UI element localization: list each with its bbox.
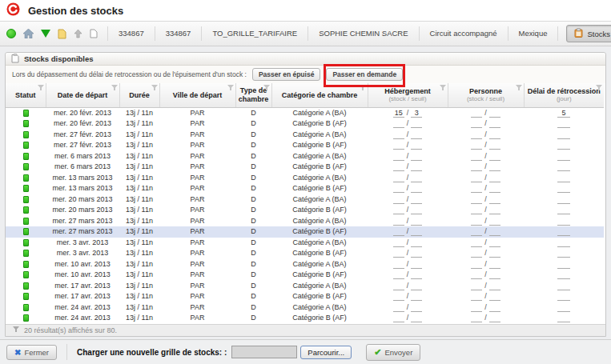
pers-seuil-field[interactable] xyxy=(489,303,500,312)
heb-seuil-field[interactable] xyxy=(411,141,422,150)
table-row[interactable]: mer. 13 mars 201313j / 11nPARDCatégorie … xyxy=(6,173,604,184)
heb-seuil-field[interactable]: 3 xyxy=(411,109,422,118)
heb-stock-field[interactable] xyxy=(393,152,404,161)
column-header[interactable]: Type de chambre xyxy=(235,83,271,107)
pers-seuil-field[interactable] xyxy=(489,141,500,150)
pers-seuil-field[interactable] xyxy=(489,184,500,193)
pers-stock-field[interactable] xyxy=(471,119,482,128)
table-row[interactable]: mer. 10 avr. 201313j / 11nPARDCatégorie … xyxy=(6,270,604,281)
pers-stock-field[interactable] xyxy=(471,292,482,301)
delai-field[interactable] xyxy=(557,184,570,193)
delai-field[interactable] xyxy=(557,292,570,301)
table-row[interactable]: mer. 24 avr. 201313j / 11nPARDCatégorie … xyxy=(6,302,604,314)
pers-stock-field[interactable] xyxy=(471,282,482,290)
heb-seuil-field[interactable] xyxy=(411,162,422,171)
pers-seuil-field[interactable] xyxy=(489,249,500,258)
pers-stock-field[interactable] xyxy=(471,303,482,312)
pers-seuil-field[interactable] xyxy=(489,227,500,236)
pers-seuil-field[interactable] xyxy=(489,119,500,128)
table-row[interactable]: mer. 3 avr. 201313j / 11nPARDCatégorie A… xyxy=(6,238,604,249)
table-row[interactable]: mer. 27 févr. 201313j / 11nPARDCatégorie… xyxy=(6,140,604,151)
filter-icon[interactable] xyxy=(360,85,366,93)
pers-stock-field[interactable] xyxy=(471,249,482,258)
delai-field[interactable] xyxy=(557,141,570,150)
pers-stock-field[interactable] xyxy=(471,162,482,171)
heb-seuil-field[interactable] xyxy=(411,152,422,161)
pers-stock-field[interactable] xyxy=(471,260,482,269)
tab-stocks[interactable]: Stocks xyxy=(566,25,611,42)
table-row[interactable]: mer. 27 mars 201313j / 11nPARDCatégorie … xyxy=(6,226,604,238)
table-row[interactable]: mer. 17 avr. 201313j / 11nPARDCatégorie … xyxy=(6,281,604,292)
heb-stock-field[interactable] xyxy=(393,270,404,279)
heb-seuil-field[interactable] xyxy=(411,130,422,139)
heb-seuil-field[interactable] xyxy=(411,303,422,312)
delai-field[interactable] xyxy=(557,152,570,161)
column-header[interactable]: Date de départ xyxy=(46,83,119,107)
heb-stock-field[interactable] xyxy=(393,282,404,290)
pers-stock-field[interactable] xyxy=(471,152,482,161)
triangle-down-icon[interactable] xyxy=(41,30,50,38)
table-row[interactable]: mer. 20 févr. 201313j / 11nPARDCatégorie… xyxy=(6,107,604,118)
heb-stock-field[interactable] xyxy=(393,184,404,193)
delai-field[interactable] xyxy=(557,249,570,258)
table-row[interactable]: mer. 10 avr. 201313j / 11nPARDCatégorie … xyxy=(6,259,604,270)
pers-seuil-field[interactable] xyxy=(489,162,500,171)
heb-seuil-field[interactable] xyxy=(411,227,422,236)
pers-seuil-field[interactable] xyxy=(489,174,500,182)
table-row[interactable]: mer. 6 mars 201313j / 11nPARDCatégorie A… xyxy=(6,151,604,162)
table-row[interactable]: mer. 27 mars 201313j / 11nPARDCatégorie … xyxy=(6,216,604,227)
filter-icon[interactable] xyxy=(596,85,602,93)
delai-field[interactable] xyxy=(557,162,570,171)
file-path-input[interactable] xyxy=(231,346,297,358)
column-header[interactable]: Statut xyxy=(6,83,46,107)
action-button-1[interactable]: Passer en épuisé xyxy=(252,68,320,81)
heb-stock-field[interactable] xyxy=(393,217,404,226)
heb-stock-field[interactable] xyxy=(393,238,404,247)
heb-stock-field[interactable] xyxy=(393,303,404,312)
heb-seuil-field[interactable] xyxy=(411,206,422,214)
heb-stock-field[interactable] xyxy=(393,141,404,150)
filter-icon[interactable] xyxy=(227,85,234,93)
heb-stock-field[interactable] xyxy=(393,260,404,269)
delai-field[interactable] xyxy=(557,227,570,236)
heb-stock-field[interactable] xyxy=(393,195,404,204)
table-row[interactable]: mer. 20 mars 201313j / 11nPARDCatégorie … xyxy=(6,194,604,206)
filter-icon[interactable] xyxy=(151,85,158,93)
pers-seuil-field[interactable] xyxy=(489,206,500,214)
pers-stock-field[interactable] xyxy=(471,174,482,182)
pers-seuil-field[interactable] xyxy=(489,292,500,301)
filter-icon[interactable] xyxy=(516,85,522,93)
column-header[interactable]: Durée xyxy=(119,83,159,107)
browse-button[interactable]: Parcourir... xyxy=(300,346,352,359)
heb-seuil-field[interactable] xyxy=(411,270,422,279)
pers-stock-field[interactable] xyxy=(471,109,482,118)
pers-seuil-field[interactable] xyxy=(489,109,500,118)
filter-icon[interactable] xyxy=(111,85,118,93)
delai-field[interactable] xyxy=(557,282,570,290)
pers-seuil-field[interactable] xyxy=(489,270,500,279)
heb-seuil-field[interactable] xyxy=(411,238,422,247)
delai-field[interactable] xyxy=(557,303,570,312)
column-header[interactable]: Catégorie de chambre xyxy=(271,83,368,107)
heb-stock-field[interactable]: 15 xyxy=(393,109,404,118)
status-green-icon[interactable] xyxy=(6,29,16,38)
heb-stock-field[interactable] xyxy=(393,130,404,139)
delai-field[interactable] xyxy=(557,270,570,279)
delai-field[interactable] xyxy=(557,260,570,269)
delai-field[interactable] xyxy=(557,195,570,204)
pers-stock-field[interactable] xyxy=(471,314,482,322)
column-header[interactable]: Personne(stock / seuil) xyxy=(448,83,524,107)
filter-icon[interactable] xyxy=(440,85,446,93)
table-row[interactable]: mer. 6 mars 201313j / 11nPARDCatégorie B… xyxy=(6,162,604,173)
pers-stock-field[interactable] xyxy=(471,130,482,139)
delai-field[interactable] xyxy=(557,206,570,214)
pers-stock-field[interactable] xyxy=(471,227,482,236)
close-button[interactable]: ✖ Fermer xyxy=(6,345,57,360)
pers-stock-field[interactable] xyxy=(471,141,482,150)
column-header[interactable]: Ville de départ xyxy=(159,83,235,107)
pers-seuil-field[interactable] xyxy=(489,314,500,322)
pers-stock-field[interactable] xyxy=(471,195,482,204)
pers-seuil-field[interactable] xyxy=(489,282,500,290)
filter-icon[interactable] xyxy=(263,85,270,93)
heb-seuil-field[interactable] xyxy=(411,195,422,204)
